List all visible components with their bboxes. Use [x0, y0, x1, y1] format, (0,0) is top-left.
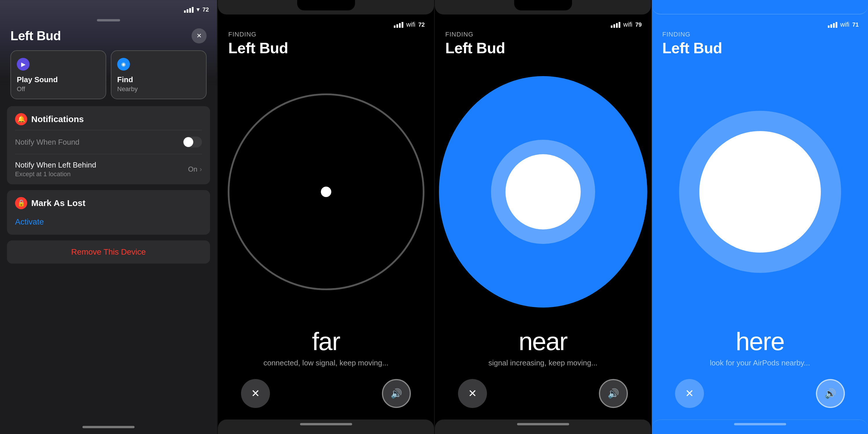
activate-link[interactable]: Activate — [7, 216, 210, 235]
find-controls-4: ✕ 🔊 — [652, 373, 868, 420]
finding-far-panel: wifi 72 FINDING Left Bud far connected, … — [218, 0, 434, 434]
remove-device-button[interactable]: Remove This Device — [7, 241, 210, 264]
status-bar-4: wifi 71 — [652, 14, 868, 28]
play-icon: ▶ — [17, 58, 30, 71]
circle-near-mid — [491, 140, 595, 244]
sheet-title: Left Bud — [10, 29, 61, 43]
find-subtitle-4: look for your AirPods nearby... — [662, 359, 858, 368]
finding-label-3: FINDING — [445, 31, 641, 38]
notch-bar-4 — [652, 0, 868, 14]
distance-label-4: here — [662, 327, 858, 356]
radar-near — [435, 57, 651, 327]
toggle-thumb — [183, 137, 193, 147]
home-indicator-3 — [517, 423, 569, 425]
sound-button-3[interactable]: 🔊 — [599, 379, 628, 408]
find-subtitle-2: connected, low signal, keep moving... — [228, 359, 424, 368]
find-header-3: FINDING Left Bud — [435, 28, 651, 57]
find-header-4: FINDING Left Bud — [652, 28, 868, 57]
close-finding-button-3[interactable]: ✕ — [458, 379, 487, 408]
play-sound-label: Play Sound — [17, 75, 100, 84]
wifi-icon: ▾ — [196, 6, 199, 13]
find-sublabel: Nearby — [117, 85, 200, 93]
sound-icon-4: 🔊 — [825, 388, 836, 399]
notifications-title: Notifications — [31, 114, 84, 124]
sound-button-2[interactable]: 🔊 — [382, 379, 411, 408]
find-status-text-3: near signal increasing, keep moving... — [435, 327, 651, 373]
find-subtitle-3: signal increasing, keep moving... — [445, 359, 641, 368]
circle-here-inner — [699, 131, 821, 253]
close-button[interactable]: ✕ — [191, 28, 207, 43]
left-bud-detail-panel: ▾ 72 Left Bud ✕ ▶ Play Sound Off — [0, 0, 217, 434]
distance-label-3: near — [445, 327, 641, 356]
action-buttons-row: ▶ Play Sound Off ◉ Find Nearby — [0, 48, 217, 106]
sheet-handle — [97, 19, 120, 22]
lock-icon: 🔒 — [15, 197, 27, 209]
radar-here — [652, 57, 868, 327]
wifi-icon-3: wifi — [623, 21, 632, 28]
find-controls-3: ✕ 🔊 — [435, 373, 651, 420]
bottom-bar-2 — [218, 420, 434, 434]
status-bar-3: wifi 79 — [435, 14, 651, 28]
notify-found-toggle[interactable] — [183, 136, 202, 148]
sound-icon-3: 🔊 — [608, 388, 619, 399]
finding-near-panel: wifi 79 FINDING Left Bud near signal inc… — [435, 0, 651, 434]
notify-found-label: Notify When Found — [15, 138, 80, 147]
notifications-section: 🔔 Notifications Notify When Found Notify… — [7, 106, 210, 184]
notify-left-label: Notify When Left Behind — [15, 161, 96, 169]
mark-as-lost-section: 🔒 Mark As Lost Activate — [7, 190, 210, 235]
finding-title-2: Left Bud — [228, 39, 424, 57]
home-indicator-1 — [83, 426, 134, 428]
circle-here-outer — [679, 111, 841, 273]
finding-label-4: FINDING — [662, 31, 858, 38]
signal-icon-4 — [828, 22, 837, 28]
notify-left-text-group: Notify When Left Behind Except at 1 loca… — [15, 161, 96, 178]
find-controls-2: ✕ 🔊 — [218, 373, 434, 420]
sound-button-4[interactable]: 🔊 — [816, 379, 845, 408]
play-sound-button[interactable]: ▶ Play Sound Off — [10, 50, 106, 99]
notify-left-sublabel: Except at 1 location — [15, 170, 96, 178]
circle-far — [228, 93, 425, 290]
home-indicator-4 — [734, 423, 786, 425]
battery-3: 79 — [636, 22, 642, 28]
remove-label: Remove This Device — [71, 247, 146, 256]
notify-left-value: On — [188, 165, 197, 173]
finding-title-3: Left Bud — [445, 39, 641, 57]
signal-icon-3 — [611, 22, 620, 28]
signal-icon — [184, 6, 193, 13]
radar-far — [218, 57, 434, 327]
circle-near-outer — [439, 76, 647, 308]
wifi-icon-4: wifi — [840, 21, 849, 28]
status-bar-1: ▾ 72 — [0, 0, 217, 16]
bottom-bar-4 — [652, 420, 868, 434]
notch-bump-3 — [514, 0, 572, 10]
notify-when-left-row[interactable]: Notify When Left Behind Except at 1 loca… — [7, 154, 210, 184]
circle-near-inner — [505, 154, 581, 229]
notify-left-value-group: On › — [188, 165, 202, 173]
distance-label-2: far — [228, 327, 424, 356]
find-icon: ◉ — [117, 58, 130, 71]
find-nearby-button[interactable]: ◉ Find Nearby — [111, 50, 207, 99]
sound-icon-2: 🔊 — [391, 388, 402, 399]
battery-2: 72 — [418, 22, 425, 28]
close-finding-button-2[interactable]: ✕ — [241, 379, 270, 408]
close-finding-button-4[interactable]: ✕ — [675, 379, 704, 408]
find-status-text-2: far connected, low signal, keep moving..… — [218, 327, 434, 373]
battery-icon: 72 — [203, 6, 209, 13]
notch-bump-2 — [297, 0, 355, 10]
find-status-text-4: here look for your AirPods nearby... — [652, 327, 868, 373]
wifi-icon-2: wifi — [406, 21, 415, 28]
finding-title-4: Left Bud — [662, 39, 858, 57]
lost-title: Mark As Lost — [31, 198, 85, 208]
find-label: Find — [117, 75, 200, 84]
chevron-icon: › — [199, 165, 202, 173]
notch-bump-4 — [731, 0, 789, 10]
notify-when-found-row[interactable]: Notify When Found — [7, 130, 210, 154]
lost-header: 🔒 Mark As Lost — [7, 190, 210, 216]
notch-bar-2 — [218, 0, 434, 14]
bottom-bar-3 — [435, 420, 651, 434]
home-indicator-2 — [300, 423, 352, 425]
sheet-header: Left Bud ✕ — [0, 22, 217, 48]
dot-far — [321, 187, 331, 197]
status-bar-2: wifi 72 — [218, 14, 434, 28]
play-sound-sublabel: Off — [17, 85, 100, 93]
